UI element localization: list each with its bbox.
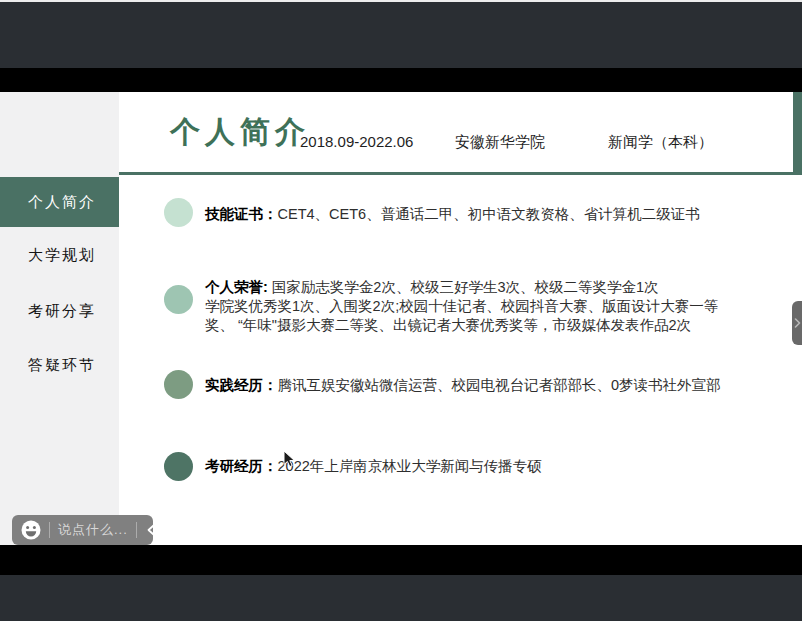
chat-collapse-button[interactable] xyxy=(147,524,155,536)
sidebar-item-qa[interactable]: 答疑环节 xyxy=(0,356,119,375)
bullet-content: 国家励志奖学金2次、校级三好学生3次、校级二等奖学金1次 xyxy=(268,279,659,295)
bullet-practice: 实践经历：腾讯互娱安徽站微信运营、校园电视台记者部部长、0梦读书社外宣部 xyxy=(205,376,721,395)
bullet-line: 实践经历：腾讯互娱安徽站微信运营、校园电视台记者部部长、0梦读书社外宣部 xyxy=(205,376,721,395)
sidebar-item-label: 个人简介 xyxy=(28,193,96,210)
chat-divider xyxy=(49,522,50,538)
chat-bar[interactable]: 说点什么... xyxy=(12,515,153,545)
school-name: 安徽新华学院 xyxy=(455,133,545,152)
sidebar-item-label: 考研分享 xyxy=(28,302,96,319)
bullet-label: 个人荣誉: xyxy=(205,279,268,295)
emoji-icon[interactable] xyxy=(21,520,41,540)
mouse-cursor xyxy=(283,450,296,472)
chevron-left-icon xyxy=(147,524,155,536)
bullet-line: 奖、 “年味"摄影大赛二等奖、出镜记者大赛优秀奖等，市级媒体发表作品2次 xyxy=(205,316,718,335)
header-divider xyxy=(119,172,802,175)
screen: 个人简介 大学规划 考研分享 答疑环节 个人简介 2018.09-2022.06… xyxy=(0,0,802,621)
sidebar-item-personal-intro[interactable]: 个人简介 xyxy=(0,177,119,227)
bullet-dot xyxy=(164,452,193,481)
top-black-letterbox xyxy=(0,68,802,92)
bullet-dot xyxy=(164,198,193,227)
chat-input[interactable]: 说点什么... xyxy=(58,521,128,539)
slide-header: 个人简介 2018.09-2022.06 安徽新华学院 新闻学（本科） xyxy=(119,92,802,172)
bullet-content: 2022年上岸南京林业大学新闻与传播专硕 xyxy=(278,458,542,474)
bullet-dot xyxy=(164,370,193,399)
bullet-line: 技能证书：CET4、CET6、普通话二甲、初中语文教资格、省计算机二级证书 xyxy=(205,205,700,224)
bullet-honors: 个人荣誉: 国家励志奖学金2次、校级三好学生3次、校级二等奖学金1次 学院奖优秀… xyxy=(205,278,718,335)
right-drawer-handle[interactable] xyxy=(792,301,802,345)
bullet-kaoyan: 考研经历：2022年上岸南京林业大学新闻与传播专硕 xyxy=(205,457,542,476)
bullet-skills: 技能证书：CET4、CET6、普通话二甲、初中语文教资格、省计算机二级证书 xyxy=(205,205,700,224)
sidebar-item-label: 大学规划 xyxy=(28,246,96,263)
bullet-content: 腾讯互娱安徽站微信运营、校园电视台记者部部长、0梦读书社外宣部 xyxy=(278,377,721,393)
bullet-label: 技能证书： xyxy=(205,206,278,222)
sidebar-item-label: 答疑环节 xyxy=(28,356,96,373)
bottom-dark-bar xyxy=(0,575,802,621)
bullet-label: 实践经历： xyxy=(205,377,278,393)
slide-stage: 个人简介 大学规划 考研分享 答疑环节 个人简介 2018.09-2022.06… xyxy=(0,92,802,545)
slide-sidebar: 个人简介 大学规划 考研分享 答疑环节 xyxy=(0,92,119,545)
sidebar-item-college-plan[interactable]: 大学规划 xyxy=(0,246,119,265)
major-name: 新闻学（本科） xyxy=(608,133,713,152)
top-dark-bar xyxy=(0,2,802,68)
bottom-black-letterbox xyxy=(0,545,802,575)
header-accent-bar xyxy=(793,92,802,172)
study-period: 2018.09-2022.06 xyxy=(300,133,413,150)
sidebar-item-kaoyan-share[interactable]: 考研分享 xyxy=(0,302,119,321)
chat-divider xyxy=(136,522,137,538)
bullet-content: CET4、CET6、普通话二甲、初中语文教资格、省计算机二级证书 xyxy=(278,206,700,222)
chevron-right-icon xyxy=(794,318,801,328)
page-title: 个人简介 xyxy=(170,112,310,153)
bullet-dot xyxy=(164,285,193,314)
bullet-line: 学院奖优秀奖1次、入围奖2次;校园十佳记者、校园抖音大赛、版面设计大赛一等 xyxy=(205,297,718,316)
bullet-label: 考研经历： xyxy=(205,458,278,474)
bullet-line: 个人荣誉: 国家励志奖学金2次、校级三好学生3次、校级二等奖学金1次 xyxy=(205,278,718,297)
bullet-line: 考研经历：2022年上岸南京林业大学新闻与传播专硕 xyxy=(205,457,542,476)
